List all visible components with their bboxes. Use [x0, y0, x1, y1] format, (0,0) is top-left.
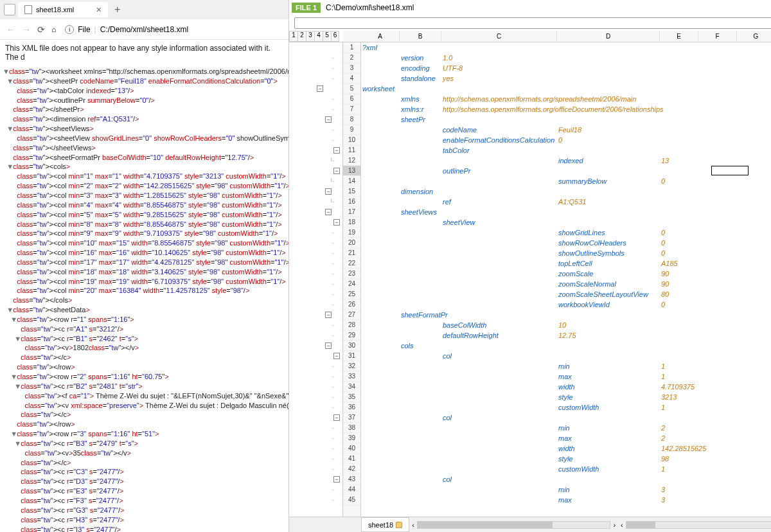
grid-cell[interactable] — [660, 145, 698, 155]
grid-cell[interactable] — [361, 330, 400, 341]
grid-cell[interactable] — [361, 53, 400, 63]
grid-cell[interactable] — [400, 289, 441, 299]
grid-cell[interactable] — [698, 238, 737, 248]
grid-cell[interactable] — [361, 341, 400, 351]
grid-cell[interactable]: http://schemas.openxmlformats.org/office… — [441, 104, 557, 114]
grid-cell[interactable] — [441, 42, 557, 53]
outline-row[interactable]: − — [289, 351, 342, 361]
grid-cell[interactable] — [400, 433, 441, 443]
grid-cell[interactable] — [361, 197, 400, 207]
new-tab-button[interactable]: + — [111, 4, 124, 15]
grid-cell[interactable] — [441, 402, 557, 412]
grid-cell[interactable] — [737, 145, 771, 155]
outline-row[interactable]: − — [289, 84, 342, 94]
grid-cell[interactable] — [698, 258, 737, 269]
grid-cell[interactable] — [698, 341, 737, 351]
outline-row[interactable]: · — [289, 258, 342, 269]
grid-cell[interactable] — [660, 320, 698, 330]
grid-cell[interactable] — [737, 341, 771, 351]
outline-row[interactable]: · — [289, 495, 342, 505]
grid-cell[interactable] — [698, 361, 737, 371]
grid-cell[interactable] — [660, 207, 698, 217]
row-number[interactable]: 30 — [343, 341, 360, 351]
grid-cell[interactable] — [698, 176, 737, 186]
grid-cell[interactable] — [698, 197, 737, 207]
grid-cell[interactable] — [441, 207, 557, 217]
info-icon[interactable]: i — [65, 25, 74, 34]
grid-cell[interactable] — [557, 63, 660, 73]
hscroll-left[interactable]: ‹ › — [409, 517, 618, 532]
grid-cell[interactable]: 90 — [660, 279, 698, 289]
grid-cell[interactable]: outlinePr — [441, 166, 557, 176]
grid-cell[interactable] — [737, 227, 771, 238]
grid-cell[interactable]: zoomScaleSheetLayoutView — [557, 289, 660, 299]
grid-cell[interactable]: UTF-8 — [441, 63, 557, 73]
grid-cell[interactable] — [361, 495, 400, 505]
row-number[interactable]: 10 — [343, 135, 360, 145]
grid-cell[interactable] — [361, 433, 400, 443]
column-header[interactable]: B — [400, 31, 441, 42]
grid-cell[interactable] — [660, 351, 698, 361]
grid-cell[interactable]: max — [557, 371, 660, 382]
grid-cell[interactable] — [441, 454, 557, 464]
outline-row[interactable]: · — [289, 443, 342, 454]
grid-cell[interactable] — [400, 269, 441, 279]
grid-cell[interactable] — [441, 423, 557, 433]
grid-cell[interactable] — [698, 299, 737, 310]
grid-cell[interactable] — [400, 279, 441, 289]
grid-cell[interactable] — [698, 104, 737, 114]
column-header[interactable]: E — [660, 31, 698, 42]
forward-button[interactable]: → — [22, 24, 31, 35]
grid-cell[interactable] — [698, 392, 737, 402]
grid-cell[interactable] — [698, 114, 737, 125]
grid-cell[interactable] — [660, 412, 698, 423]
grid-cell[interactable]: Feuil18 — [557, 125, 660, 135]
grid-cell[interactable] — [441, 186, 557, 197]
grid-cell[interactable] — [557, 341, 660, 351]
grid-cell[interactable] — [698, 371, 737, 382]
grid-cell[interactable] — [737, 433, 771, 443]
row-number[interactable]: 39 — [343, 433, 360, 443]
grid-cell[interactable] — [557, 217, 660, 227]
grid-cell[interactable] — [441, 155, 557, 166]
grid-cell[interactable] — [361, 125, 400, 135]
grid-cell[interactable] — [400, 484, 441, 495]
grid-cell[interactable] — [698, 495, 737, 505]
grid-cell[interactable] — [698, 454, 737, 464]
grid-cell[interactable] — [361, 443, 400, 454]
grid-cell[interactable] — [737, 42, 771, 53]
grid-cell[interactable] — [441, 495, 557, 505]
grid-cell[interactable] — [400, 454, 441, 464]
grid-cell[interactable] — [698, 217, 737, 227]
grid-cell[interactable] — [400, 412, 441, 423]
grid-cell[interactable]: dimension — [400, 186, 441, 197]
grid-cell[interactable] — [660, 341, 698, 351]
grid-cell[interactable] — [660, 42, 698, 53]
grid-cell[interactable] — [737, 258, 771, 269]
grid-cell[interactable] — [698, 423, 737, 433]
grid-cell[interactable] — [441, 248, 557, 258]
grid-cell[interactable] — [361, 423, 400, 433]
grid-cell[interactable] — [361, 248, 400, 258]
outline-row[interactable]: − — [289, 166, 342, 176]
grid-cell[interactable] — [557, 351, 660, 361]
grid-cell[interactable] — [660, 330, 698, 341]
grid-cell[interactable] — [441, 279, 557, 289]
row-number[interactable]: 7 — [343, 104, 360, 114]
grid-cell[interactable]: 1 — [660, 402, 698, 412]
row-number[interactable]: 17 — [343, 207, 360, 217]
grid-cell[interactable] — [361, 484, 400, 495]
grid-cell[interactable] — [441, 227, 557, 238]
column-header[interactable]: F — [698, 31, 737, 42]
grid-cell[interactable] — [737, 269, 771, 279]
column-header[interactable]: C — [441, 31, 557, 42]
outline-row[interactable]: └ — [289, 155, 342, 166]
grid-cell[interactable] — [400, 248, 441, 258]
grid-cell[interactable]: A185 — [660, 258, 698, 269]
grid-cell[interactable] — [660, 125, 698, 135]
grid-cell[interactable] — [737, 248, 771, 258]
grid-cell[interactable]: 1 — [660, 361, 698, 371]
row-number[interactable]: 23 — [343, 269, 360, 279]
grid-cell[interactable]: style — [557, 454, 660, 464]
grid-cell[interactable] — [737, 484, 771, 495]
